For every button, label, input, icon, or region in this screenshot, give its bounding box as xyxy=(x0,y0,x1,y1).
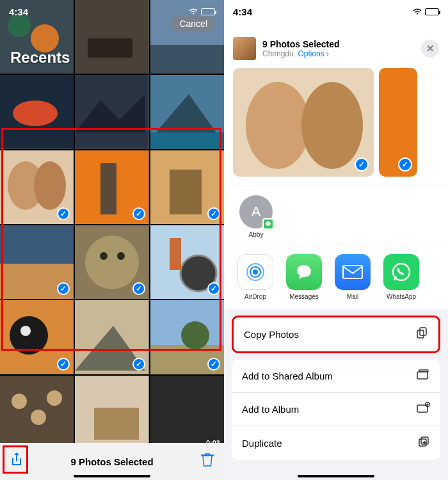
airdrop-icon xyxy=(237,254,273,290)
checkmark-icon: ✓ xyxy=(355,157,369,172)
preview-strip[interactable]: ✓ ✓ xyxy=(224,68,448,186)
photo-thumbnail[interactable]: ✓ xyxy=(150,150,224,224)
trash-icon[interactable] xyxy=(201,452,214,470)
avatar: A xyxy=(239,195,273,228)
action-label: Add to Album xyxy=(242,404,299,415)
photo-thumbnail[interactable]: 0:03 xyxy=(150,376,224,449)
shared-album-icon xyxy=(416,369,430,383)
checkmark-icon: ✓ xyxy=(207,207,220,220)
battery-icon xyxy=(201,8,215,15)
action-duplicate[interactable]: Duplicate xyxy=(232,426,440,460)
preview-photo[interactable]: ✓ xyxy=(233,68,374,177)
album-title: Recents xyxy=(10,49,70,67)
photo-thumbnail[interactable]: ✓ xyxy=(0,150,74,224)
sheet-header: 9 Photos Selected Chengdu Options › ✕ xyxy=(224,29,448,68)
header-thumbnail xyxy=(233,37,256,60)
svg-point-25 xyxy=(100,252,108,260)
close-icon: ✕ xyxy=(426,43,435,54)
status-right xyxy=(188,6,215,17)
svg-point-46 xyxy=(246,82,310,169)
action-label: Copy Photos xyxy=(244,329,299,340)
svg-rect-13 xyxy=(150,132,224,148)
svg-point-31 xyxy=(10,316,48,355)
action-label: Add to Shared Album xyxy=(242,371,333,381)
copy-icon xyxy=(415,326,428,342)
action-label: Duplicate xyxy=(242,438,282,449)
status-bar: 4:34 xyxy=(0,0,224,23)
svg-point-24 xyxy=(85,236,139,289)
photo-thumbnail[interactable]: ✓ xyxy=(75,150,148,224)
app-label: AirDrop xyxy=(244,293,266,300)
app-whatsapp[interactable]: WhatsApp xyxy=(383,254,420,300)
photo-thumbnail[interactable]: ✓ xyxy=(150,300,224,374)
share-sheet: 9 Photos Selected Chengdu Options › ✕ ✓ … xyxy=(224,29,448,480)
checkmark-icon: ✓ xyxy=(398,157,412,172)
photo-thumbnail[interactable] xyxy=(75,75,148,148)
svg-rect-18 xyxy=(100,163,116,214)
location-label: Chengdu xyxy=(262,49,294,58)
svg-point-16 xyxy=(34,161,66,210)
photo-thumbnail[interactable] xyxy=(150,75,224,148)
status-right xyxy=(412,6,439,17)
action-add-album[interactable]: Add to Album xyxy=(232,393,440,426)
checkmark-icon: ✓ xyxy=(132,358,145,371)
svg-point-8 xyxy=(13,100,58,126)
checkmark-icon: ✓ xyxy=(207,358,220,371)
checkmark-icon: ✓ xyxy=(57,358,70,371)
status-bar: 4:34 xyxy=(224,0,448,23)
contact-suggestion[interactable]: A Abby xyxy=(237,195,275,238)
photo-thumbnail[interactable]: ✓ xyxy=(0,225,74,299)
chevron-right-icon: › xyxy=(326,49,329,58)
preview-photo[interactable]: ✓ xyxy=(379,68,417,177)
wifi-icon xyxy=(412,6,422,17)
battery-icon xyxy=(425,8,439,15)
photos-selection-screen: 4:34 Cancel Recents ✓ ✓ ✓ ✓ ✓ ✓ ✓ ✓ ✓ xyxy=(0,0,224,480)
svg-point-32 xyxy=(20,326,31,336)
contacts-row: A Abby xyxy=(224,186,448,244)
svg-rect-48 xyxy=(379,68,417,177)
svg-point-41 xyxy=(47,390,62,406)
photo-thumbnail[interactable]: ✓ xyxy=(150,225,224,299)
action-copy-photos[interactable]: Copy Photos xyxy=(232,316,440,353)
svg-rect-20 xyxy=(170,170,202,214)
options-link[interactable]: Options › xyxy=(298,49,329,58)
svg-point-37 xyxy=(181,321,209,349)
photo-thumbnail[interactable]: ✓ xyxy=(75,225,148,299)
svg-rect-55 xyxy=(420,328,426,335)
svg-rect-29 xyxy=(170,238,181,270)
messages-badge-icon xyxy=(262,218,274,230)
photo-thumbnail[interactable] xyxy=(75,376,148,449)
app-messages[interactable]: Messages xyxy=(285,254,323,300)
svg-rect-4 xyxy=(88,38,132,58)
svg-point-49 xyxy=(253,269,258,275)
add-album-icon xyxy=(416,402,430,417)
selection-count-label: 9 Photos Selected xyxy=(70,456,153,467)
app-airdrop[interactable]: AirDrop xyxy=(237,254,274,300)
close-button[interactable]: ✕ xyxy=(421,40,439,58)
app-label: Mail xyxy=(347,293,358,300)
svg-rect-54 xyxy=(417,330,424,338)
photo-thumbnail[interactable]: ✓ xyxy=(75,300,148,374)
sheet-subtitle: Chengdu Options › xyxy=(262,49,340,58)
app-mail[interactable]: Mail xyxy=(334,254,371,300)
app-label: WhatsApp xyxy=(387,293,416,300)
apps-row: AirDrop Messages Mail WhatsApp xyxy=(224,245,448,309)
status-time: 4:34 xyxy=(9,6,28,17)
svg-point-40 xyxy=(31,410,46,425)
photo-thumbnail[interactable] xyxy=(0,376,74,449)
photo-thumbnail[interactable] xyxy=(0,75,74,148)
svg-rect-56 xyxy=(417,372,428,379)
checkmark-icon: ✓ xyxy=(132,282,145,295)
header-text: 9 Photos Selected Chengdu Options › xyxy=(262,39,340,58)
svg-rect-43 xyxy=(94,408,139,440)
photo-thumbnail[interactable]: ✓ xyxy=(0,300,74,374)
svg-rect-52 xyxy=(343,266,362,278)
messages-icon xyxy=(286,254,322,290)
action-shared-album[interactable]: Add to Shared Album xyxy=(232,360,440,393)
svg-rect-57 xyxy=(419,370,428,372)
svg-point-26 xyxy=(117,252,125,260)
contact-name: Abby xyxy=(249,231,264,238)
mail-icon xyxy=(335,254,371,290)
share-icon[interactable] xyxy=(10,452,23,471)
status-time: 4:34 xyxy=(233,6,252,17)
